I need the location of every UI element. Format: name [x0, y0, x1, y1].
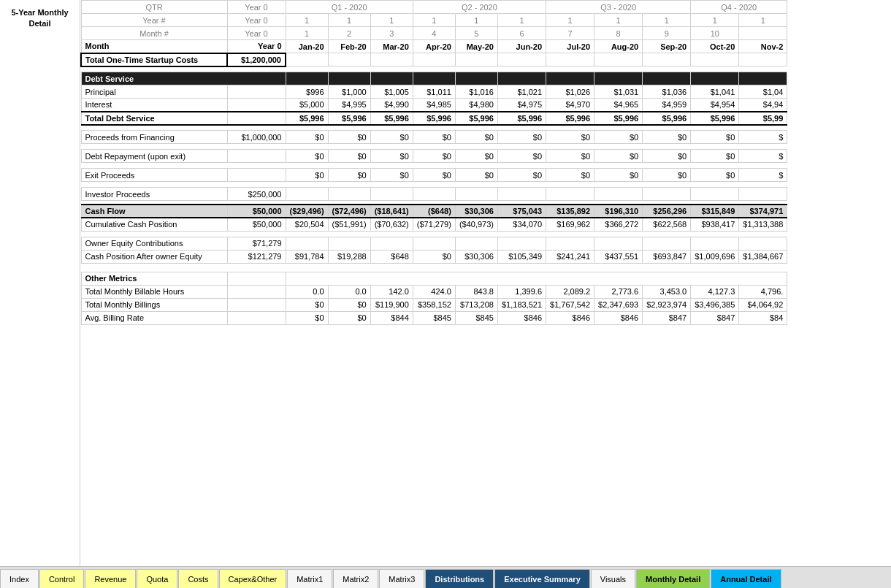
- bh-apr: 424.0: [413, 285, 455, 298]
- dr-aug: $0: [594, 150, 643, 163]
- cum-oct: $938,417: [691, 218, 739, 231]
- tab-executive-summary[interactable]: Executive Summary: [494, 569, 590, 588]
- principal-row: Principal $996 $1,000 $1,005 $1,011 $1,0…: [81, 85, 787, 99]
- tab-monthly-detail[interactable]: Monthly Detail: [636, 569, 710, 588]
- cae-label: Cash Position After owner Equity: [81, 250, 227, 263]
- oe-may: [455, 237, 497, 250]
- col-mar20: Mar-20: [370, 40, 413, 53]
- cae-sep: $693,847: [643, 250, 691, 263]
- pf-apr: $0: [413, 131, 455, 144]
- qtr-row: QTR Year 0 Q1 - 2020 Q2 - 2020 Q3 - 2020…: [81, 1, 787, 14]
- oe-oct: [691, 237, 739, 250]
- gap-8: [81, 263, 787, 272]
- ds-h1: [286, 72, 328, 85]
- month-row: Month # Year 0 1 2 3 4 5 6 7 8 9 10: [81, 27, 787, 40]
- bh-feb: 0.0: [328, 285, 370, 298]
- tab-distributions[interactable]: Distributions: [425, 569, 494, 588]
- dr-jul: $0: [546, 150, 594, 163]
- year-8: 1: [594, 14, 643, 27]
- cum-feb: ($51,991): [328, 218, 370, 231]
- qtr-label: QTR: [81, 1, 227, 14]
- bil-nov: $4,064,92: [739, 298, 787, 311]
- bh-aug: 2,773.6: [594, 285, 643, 298]
- total-debt-feb: $5,996: [328, 112, 370, 125]
- ip-may: [455, 188, 497, 201]
- month-year0: Year 0: [227, 27, 286, 40]
- cf-feb: ($72,496): [328, 205, 370, 218]
- cae-may: $30,306: [455, 250, 497, 263]
- cae-feb: $19,288: [328, 250, 370, 263]
- principal-aug: $1,031: [594, 85, 643, 99]
- interest-aug: $4,965: [594, 99, 643, 112]
- tab-bar: Index Control Revenue Quota Costs Capex&…: [0, 566, 891, 588]
- abr-jan: $0: [286, 311, 328, 324]
- tab-visuals[interactable]: Visuals: [591, 569, 635, 588]
- oe-sep: [643, 237, 691, 250]
- cf-aug: $196,310: [594, 205, 643, 218]
- col-jun20: Jun-20: [497, 40, 546, 53]
- tab-costs[interactable]: Costs: [178, 569, 218, 588]
- month-11: [739, 27, 787, 40]
- cae-year0: $121,279: [227, 250, 286, 263]
- principal-may: $1,016: [455, 85, 497, 99]
- dr-may: $0: [455, 150, 497, 163]
- spreadsheet-container[interactable]: QTR Year 0 Q1 - 2020 Q2 - 2020 Q3 - 2020…: [80, 0, 891, 566]
- total-debt-aug: $5,996: [594, 112, 643, 125]
- dr-oct: $0: [691, 150, 739, 163]
- ip-mar: [370, 188, 413, 201]
- cf-jan: ($29,496): [286, 205, 328, 218]
- cum-jan: $20,504: [286, 218, 328, 231]
- total-debt-jan: $5,996: [286, 112, 328, 125]
- bil-jun: $1,183,521: [497, 298, 546, 311]
- qtr-q3-2020: Q3 - 2020: [546, 1, 691, 14]
- oe-mar: [370, 237, 413, 250]
- gap-5: [81, 182, 787, 188]
- cash-flow-label: Cash Flow: [81, 205, 227, 218]
- interest-jul: $4,970: [546, 99, 594, 112]
- ds-h4: [413, 72, 455, 85]
- interest-jan: $5,000: [286, 99, 328, 112]
- col-year0: Year 0: [227, 40, 286, 53]
- month-3: 3: [370, 27, 413, 40]
- startup-label: Total One-Time Startup Costs: [81, 53, 227, 66]
- cf-jul: $135,892: [546, 205, 594, 218]
- startup-oct: [691, 53, 739, 66]
- bh-jan: 0.0: [286, 285, 328, 298]
- ep-aug: $0: [594, 169, 643, 182]
- owner-equity-label: Owner Equity Contributions: [81, 237, 227, 250]
- col-oct20: Oct-20: [691, 40, 739, 53]
- cash-flow-row: Cash Flow $50,000 ($29,496) ($72,496) ($…: [81, 205, 787, 218]
- qtr-q2-2020: Q2 - 2020: [413, 1, 546, 14]
- tab-control[interactable]: Control: [39, 569, 84, 588]
- cae-jul: $241,241: [546, 250, 594, 263]
- cumulative-row: Cumulative Cash Position $50,000 $20,504…: [81, 218, 787, 231]
- tab-capex[interactable]: Capex&Other: [219, 569, 287, 588]
- total-debt-nov: $5,99: [739, 112, 787, 125]
- dr-feb: $0: [328, 150, 370, 163]
- proceeds-financing-label: Proceeds from Financing: [81, 131, 227, 144]
- cae-mar: $648: [370, 250, 413, 263]
- tab-quota[interactable]: Quota: [137, 569, 177, 588]
- spreadsheet-table: QTR Year 0 Q1 - 2020 Q2 - 2020 Q3 - 2020…: [80, 0, 787, 325]
- startup-aug: [594, 53, 643, 66]
- tab-index[interactable]: Index: [0, 569, 39, 588]
- year-label: Year #: [81, 14, 227, 27]
- proceeds-financing-year0: $1,000,000: [227, 131, 286, 144]
- cae-jun: $105,349: [497, 250, 546, 263]
- ep-year0: [227, 169, 286, 182]
- tab-matrix1[interactable]: Matrix1: [287, 569, 332, 588]
- interest-sep: $4,959: [643, 99, 691, 112]
- tab-revenue[interactable]: Revenue: [85, 569, 136, 588]
- cf-apr: ($648): [413, 205, 455, 218]
- ip-apr: [413, 188, 455, 201]
- tab-matrix2[interactable]: Matrix2: [333, 569, 378, 588]
- month-4: 4: [413, 27, 455, 40]
- interest-may: $4,980: [455, 99, 497, 112]
- year-4: 1: [413, 14, 455, 27]
- abr-nov: $84: [739, 311, 787, 324]
- startup-jan: [286, 53, 328, 66]
- tab-annual-detail[interactable]: Annual Detail: [711, 569, 781, 588]
- abr-year0: [227, 311, 286, 324]
- tab-matrix3[interactable]: Matrix3: [379, 569, 424, 588]
- cum-nov: $1,313,388: [739, 218, 787, 231]
